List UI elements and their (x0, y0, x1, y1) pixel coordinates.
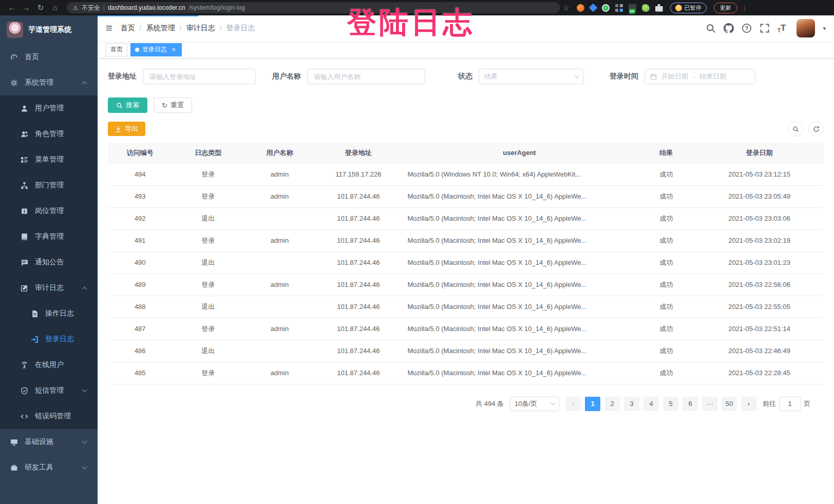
sidebar-item-system-mgmt[interactable]: 系统管理 (0, 70, 98, 95)
app-logo[interactable]: 芋道管理系统 (0, 15, 98, 44)
table-row: 487登录admin101.87.244.46Mozilla/5.0 (Maci… (108, 318, 824, 340)
prev-page-button[interactable]: ‹ (565, 397, 581, 411)
browser-menu-icon[interactable]: ⋮ (742, 4, 748, 12)
page-button-1[interactable]: 1 (585, 397, 600, 411)
extensions-puzzle-icon[interactable] (655, 4, 663, 12)
goto-label: 前往 (763, 399, 776, 409)
users-icon (21, 130, 28, 138)
login-log-icon (31, 336, 39, 343)
status-select[interactable]: 结果 (479, 69, 584, 84)
breadcrumb-home[interactable]: 首页 (121, 24, 135, 33)
extension-icon-bug[interactable] (642, 4, 650, 12)
app-title: 芋道管理系统 (28, 25, 71, 34)
tag-close-icon[interactable]: × (170, 46, 177, 53)
top-navbar: ≡ 首页 / 系统管理 / 审计日志 / 登录日志 ? (98, 15, 834, 41)
breadcrumb-audit-log[interactable]: 审计日志 (186, 24, 215, 33)
table-row: 488退出101.87.244.46Mozilla/5.0 (Macintosh… (108, 296, 824, 318)
browser-update-button[interactable]: 更新 (714, 3, 737, 13)
sidebar-item-dict-mgmt[interactable]: 字典管理 (0, 224, 98, 249)
page-size-select[interactable]: 10条/页 (510, 397, 559, 411)
goto-page-input[interactable] (779, 397, 801, 411)
column-header-result: 结果 (638, 143, 695, 163)
tags-view-bar: 首页 登录日志 × (98, 41, 834, 59)
sidebar-item-user-mgmt[interactable]: 用户管理 (0, 95, 98, 121)
page-ellipsis[interactable]: ··· (702, 397, 717, 411)
progress-bar (98, 15, 198, 16)
reset-button[interactable]: ↻ 重置 (154, 98, 192, 113)
sidebar-item-dept-mgmt[interactable]: 部门管理 (0, 172, 98, 198)
page-button-2[interactable]: 2 (604, 397, 620, 411)
export-button[interactable]: 导出 (108, 122, 145, 136)
security-label: 不安全 (82, 4, 100, 12)
sidebar-item-operation-log[interactable]: 操作日志 (0, 301, 98, 326)
bookmark-star-icon[interactable]: ☆ (563, 4, 570, 12)
page-button-5[interactable]: 5 (663, 397, 678, 411)
audit-log-icon (21, 284, 28, 292)
browser-chrome: ← → ↻ ⌂ ⚠ 不安全 dashboard.yudao.iocoder.cn… (0, 0, 834, 15)
update-label: 更新 (720, 4, 731, 12)
download-icon (115, 126, 122, 132)
hamburger-icon[interactable]: ≡ (106, 23, 112, 34)
fullscreen-icon[interactable] (760, 23, 770, 33)
page-button-6[interactable]: 6 (683, 397, 698, 411)
browser-reload-button[interactable]: ↻ (34, 0, 47, 15)
login-time-range-picker[interactable]: 开始日期 - 结束日期 (645, 69, 755, 84)
page-button-4[interactable]: 4 (643, 397, 659, 411)
address-bar[interactable]: ⚠ 不安全 dashboard.yudao.iocoder.cn/system/… (67, 2, 560, 13)
sidebar-item-role-mgmt[interactable]: 角色管理 (0, 121, 98, 147)
gear-icon (10, 79, 18, 87)
sidebar-item-error-code-mgmt[interactable]: 错误码管理 (0, 403, 98, 429)
chevron-down-icon (82, 439, 87, 444)
sidebar-item-sms-mgmt[interactable]: 短信管理 (0, 378, 98, 403)
refresh-table-button[interactable] (808, 121, 824, 137)
table-row: 494登录admin117.159.17.226Mozilla/5.0 (Win… (108, 163, 824, 185)
sidebar-item-online-users[interactable]: 在线用户 (0, 352, 98, 378)
notice-icon (21, 259, 28, 266)
login-log-table: 访问编号 日志类型 用户名称 登录地址 userAgent 结果 登录日期 49… (108, 143, 824, 384)
column-header-log-type: 日志类型 (172, 143, 243, 163)
sidebar-item-notice-mgmt[interactable]: 通知公告 (0, 249, 98, 275)
extension-icon-orange[interactable] (577, 4, 584, 12)
username-input[interactable] (307, 69, 425, 84)
github-icon[interactable] (724, 23, 734, 33)
pagination: 共 494 条 10条/页 ‹ 1 2 3 4 5 6 ··· 50 › (108, 397, 824, 411)
table-row: 491登录admin101.87.244.46Mozilla/5.0 (Maci… (108, 229, 824, 251)
header-search-icon[interactable] (706, 23, 716, 33)
page-button-50[interactable]: 50 (722, 397, 737, 411)
avatar-caret-down-icon[interactable]: ▾ (823, 25, 826, 32)
end-date-placeholder: 结束日期 (699, 72, 726, 81)
user-avatar[interactable] (797, 19, 815, 37)
page-unit-label: 页 (804, 399, 810, 409)
browser-back-button[interactable]: ← (5, 0, 18, 15)
font-size-icon[interactable]: TT (778, 23, 786, 33)
extension-icon-green[interactable] (602, 4, 610, 12)
extension-icon-list[interactable]: on (629, 4, 636, 12)
url-host: dashboard.yudao.iocoder.cn (108, 4, 185, 11)
extension-icon-grid[interactable] (615, 4, 623, 12)
next-page-button[interactable]: › (741, 397, 756, 411)
sidebar-item-post-mgmt[interactable]: 岗位管理 (0, 198, 98, 224)
search-button[interactable]: 搜索 (108, 98, 147, 113)
chevron-down-icon (82, 464, 87, 470)
toggle-search-button[interactable] (788, 121, 803, 137)
sidebar-item-login-log[interactable]: 登录日志 (0, 326, 98, 352)
sidebar-item-audit-log[interactable]: 审计日志 (0, 275, 98, 301)
breadcrumb-system-mgmt[interactable]: 系统管理 (146, 24, 175, 33)
sidebar-item-infrastructure[interactable]: 基础设施 (0, 429, 98, 455)
tag-login-log[interactable]: 登录日志 × (130, 43, 182, 56)
sidebar-item-home[interactable]: 首页 (0, 44, 98, 70)
page-button-3[interactable]: 3 (624, 397, 639, 411)
extension-icon-gem[interactable] (589, 4, 597, 12)
login-address-input[interactable] (143, 69, 256, 84)
profile-paused-chip[interactable]: 已暂停 (670, 3, 707, 13)
browser-forward-button[interactable]: → (20, 0, 33, 15)
menu-tree-icon (21, 156, 28, 164)
help-icon[interactable]: ? (742, 23, 752, 33)
tag-home[interactable]: 首页 (106, 43, 127, 56)
sidebar-item-menu-mgmt[interactable]: 菜单管理 (0, 147, 98, 172)
svg-text:?: ? (745, 25, 749, 31)
breadcrumb: 首页 / 系统管理 / 审计日志 / 登录日志 (121, 24, 255, 33)
browser-home-button[interactable]: ⌂ (48, 0, 62, 15)
search-icon (116, 102, 123, 109)
sidebar-item-devtools[interactable]: 研发工具 (0, 455, 98, 480)
